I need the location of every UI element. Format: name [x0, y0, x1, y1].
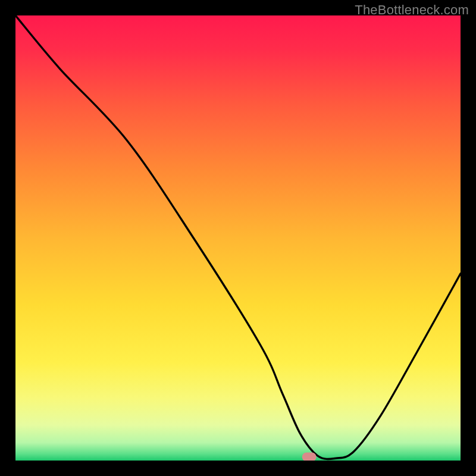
- watermark-label: TheBottleneck.com: [355, 2, 469, 18]
- chart-marker: [302, 453, 317, 461]
- chart-svg: [15, 15, 461, 461]
- chart-stage: TheBottleneck.com: [0, 0, 476, 476]
- chart-plot-area: [15, 15, 461, 461]
